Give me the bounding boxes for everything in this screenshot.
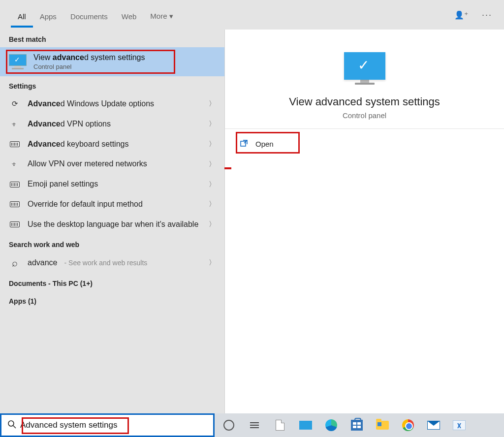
taskbar-display-settings[interactable] <box>295 415 316 435</box>
section-search-web: Search work and web <box>0 235 224 252</box>
search-icon <box>9 257 21 269</box>
settings-item-label: Allow VPN over metered networks <box>28 159 202 169</box>
section-documents[interactable]: Documents - This PC (1+) <box>0 274 224 291</box>
section-best-match: Best match <box>0 30 224 47</box>
keyboard-icon <box>9 201 21 207</box>
preview-subtitle: Control panel <box>235 111 494 120</box>
settings-item[interactable]: Override for default input method〉 <box>0 194 224 215</box>
best-match-item[interactable]: View advanced system settings Control pa… <box>0 47 224 76</box>
annotation-highlight <box>224 167 231 169</box>
open-icon <box>240 139 249 149</box>
tab-web[interactable]: Web <box>115 2 144 28</box>
taskbar <box>215 413 504 437</box>
settings-item[interactable]: Advanced keyboard settings〉 <box>0 134 224 155</box>
preview-title: View advanced system settings <box>235 95 494 108</box>
results-list: Best match View advanced system settings… <box>0 30 224 413</box>
keyboard-icon <box>9 141 21 147</box>
more-options-icon[interactable]: ··· <box>482 10 492 20</box>
people-icon[interactable] <box>454 10 468 20</box>
taskbar-monitor-app[interactable] <box>449 415 470 435</box>
keyboard-icon <box>9 182 21 187</box>
section-settings: Settings <box>0 76 224 94</box>
web-term: advance <box>28 258 58 267</box>
best-match-subtitle: Control panel <box>33 63 145 70</box>
best-match-title: View advanced system settings <box>33 53 145 62</box>
vpn-icon <box>9 160 21 168</box>
open-button[interactable]: Open <box>225 132 504 156</box>
chevron-right-icon: 〉 <box>209 99 216 108</box>
chevron-right-icon: 〉 <box>209 220 216 229</box>
web-hint: - See work and web results <box>64 259 148 267</box>
chevron-right-icon: 〉 <box>209 140 216 149</box>
search-box[interactable] <box>0 413 215 437</box>
preview-pane: View advanced system settings Control pa… <box>224 30 504 413</box>
search-input[interactable] <box>20 415 207 436</box>
tab-more[interactable]: More▾ <box>143 2 180 28</box>
tab-documents[interactable]: Documents <box>63 2 115 28</box>
taskbar-libreoffice[interactable] <box>270 415 290 435</box>
svg-point-1 <box>8 421 14 426</box>
search-tabs: All Apps Documents Web More▾ ··· <box>0 0 504 30</box>
chevron-right-icon: 〉 <box>209 200 216 209</box>
task-view-button[interactable] <box>244 415 265 435</box>
cortana-button[interactable] <box>219 415 239 435</box>
open-label: Open <box>255 140 274 148</box>
settings-item-label: Advanced VPN options <box>28 119 202 129</box>
chevron-right-icon: 〉 <box>209 180 216 189</box>
tab-apps[interactable]: Apps <box>33 2 63 28</box>
section-apps[interactable]: Apps (1) <box>0 291 224 309</box>
chevron-down-icon: ▾ <box>169 12 173 21</box>
search-icon <box>7 420 16 431</box>
chevron-right-icon: 〉 <box>209 258 216 267</box>
tab-all[interactable]: All <box>11 2 33 28</box>
settings-item-label: Emoji panel settings <box>28 179 202 189</box>
vpn-icon <box>9 120 21 128</box>
keyboard-icon <box>9 221 21 227</box>
web-result-item[interactable]: advance - See work and web results 〉 <box>0 252 224 274</box>
taskbar-mail[interactable] <box>423 415 444 435</box>
settings-item[interactable]: Advanced VPN options〉 <box>0 114 224 134</box>
settings-item[interactable]: Allow VPN over metered networks〉 <box>0 154 224 174</box>
monitor-check-icon <box>344 52 385 89</box>
monitor-check-icon <box>9 54 27 70</box>
settings-item[interactable]: Use the desktop language bar when it's a… <box>0 215 224 235</box>
settings-item[interactable]: Emoji panel settings〉 <box>0 174 224 194</box>
svg-line-2 <box>13 426 16 428</box>
taskbar-store[interactable] <box>346 415 367 435</box>
settings-item-label: Advanced keyboard settings <box>28 139 202 150</box>
taskbar-chrome[interactable] <box>398 415 418 435</box>
sync-icon <box>9 99 21 108</box>
settings-item-label: Advanced Windows Update options <box>28 99 202 109</box>
settings-item-label: Use the desktop language bar when it's a… <box>28 219 202 230</box>
taskbar-file-explorer[interactable] <box>372 415 393 435</box>
chevron-right-icon: 〉 <box>209 120 216 128</box>
settings-item-label: Override for default input method <box>28 199 202 210</box>
chevron-right-icon: 〉 <box>209 160 216 169</box>
taskbar-edge[interactable] <box>321 415 342 435</box>
settings-item[interactable]: Advanced Windows Update options〉 <box>0 94 224 114</box>
